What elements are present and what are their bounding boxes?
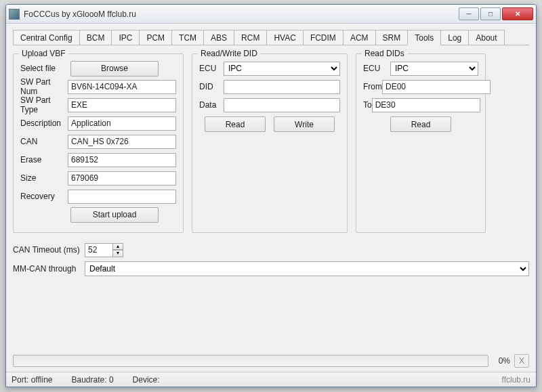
maximize-button[interactable]: □	[480, 7, 501, 20]
rw-data-label: Data	[199, 100, 224, 110]
can-label: CAN	[20, 137, 68, 146]
tab-log[interactable]: Log	[440, 30, 469, 45]
recovery-input[interactable]	[68, 190, 176, 204]
baud-label: Baudrate:	[72, 375, 107, 385]
app-icon	[9, 9, 20, 20]
start-upload-button[interactable]: Start upload	[70, 207, 159, 223]
rd-read-button[interactable]: Read	[390, 116, 451, 132]
device-label: Device:	[133, 375, 160, 385]
group-read-dids-legend: Read DIDs	[362, 49, 407, 58]
window-title: FoCCCus by xGloooM ffclub.ru	[24, 9, 457, 19]
group-upload-vbf: Upload VBF Select file Browse SW Part Nu…	[13, 53, 184, 233]
can-timeout-spinner[interactable]: ▲ ▼	[85, 243, 123, 257]
rd-from-input[interactable]	[382, 80, 491, 94]
main-window: FoCCCus by xGloooM ffclub.ru ─ □ ✕ Centr…	[5, 4, 537, 387]
minimize-button[interactable]: ─	[459, 7, 479, 20]
tab-hvac[interactable]: HVAC	[266, 30, 303, 45]
sw-part-num-input[interactable]	[68, 80, 176, 94]
titlebar[interactable]: FoCCCus by xGloooM ffclub.ru ─ □ ✕	[6, 5, 536, 24]
mmcan-select[interactable]: Default	[85, 261, 529, 276]
tab-rcm[interactable]: RCM	[234, 30, 267, 45]
rw-did-label: DID	[199, 82, 224, 91]
can-input[interactable]	[68, 135, 176, 149]
rw-ecu-label: ECU	[199, 64, 224, 73]
rd-to-input[interactable]	[372, 98, 480, 112]
rw-write-button[interactable]: Write	[274, 116, 335, 132]
rd-from-label: From	[363, 82, 382, 91]
tab-pcm[interactable]: PCM	[139, 30, 172, 45]
tab-central-config[interactable]: Central Config	[13, 30, 80, 45]
tab-acm[interactable]: ACM	[343, 30, 376, 45]
rw-did-input[interactable]	[224, 80, 340, 94]
rw-data-input[interactable]	[224, 98, 340, 112]
erase-label: Erase	[20, 155, 68, 165]
rd-ecu-select[interactable]: IPC	[390, 62, 478, 76]
progress-bar	[13, 355, 488, 367]
mmcan-label: MM-CAN through	[13, 264, 85, 274]
tab-fcdim[interactable]: FCDIM	[303, 30, 343, 45]
browse-button[interactable]: Browse	[70, 61, 159, 77]
cancel-button[interactable]: X	[514, 354, 529, 368]
spin-down-icon[interactable]: ▼	[112, 250, 123, 257]
sw-part-type-label: SW Part Type	[20, 95, 68, 114]
tab-tools[interactable]: Tools	[407, 30, 441, 45]
tab-srm[interactable]: SRM	[375, 30, 409, 45]
brand-label: ffclub.ru	[502, 375, 530, 385]
size-input[interactable]	[68, 171, 176, 186]
tab-tcm[interactable]: TCM	[171, 30, 204, 45]
progress-percent: 0%	[493, 356, 510, 366]
port-label: Port:	[12, 375, 28, 385]
tab-ipc[interactable]: IPC	[111, 30, 140, 45]
tab-abs[interactable]: ABS	[203, 30, 234, 45]
spin-up-icon[interactable]: ▲	[112, 243, 123, 251]
description-input[interactable]	[68, 116, 176, 131]
rw-read-button[interactable]: Read	[205, 116, 266, 132]
description-label: Description	[20, 118, 68, 128]
group-rw-did: Read/Write DID ECU IPC DID Data Read Wri…	[192, 53, 348, 233]
status-bar: Port: offline Baudrate: 0 Device: ffclub…	[6, 372, 536, 387]
tab-bcm[interactable]: BCM	[79, 30, 112, 45]
sw-part-num-label: SW Part Num	[20, 77, 68, 96]
group-upload-legend: Upload VBF	[19, 49, 68, 58]
recovery-label: Recovery	[20, 192, 68, 201]
group-rw-legend: Read/Write DID	[198, 49, 260, 58]
tab-about[interactable]: About	[468, 30, 504, 45]
rw-ecu-select[interactable]: IPC	[224, 62, 340, 76]
erase-input[interactable]	[68, 153, 176, 167]
close-button[interactable]: ✕	[502, 7, 533, 20]
can-timeout-label: CAN Timeout (ms)	[13, 245, 85, 255]
tab-strip: Central Config BCM IPC PCM TCM ABS RCM H…	[13, 29, 529, 45]
baud-value: 0	[109, 375, 114, 385]
rd-to-label: To	[363, 100, 372, 110]
port-value: offline	[31, 375, 53, 385]
select-file-label: Select file	[20, 64, 70, 73]
sw-part-type-input[interactable]	[68, 98, 176, 112]
group-read-dids: Read DIDs ECU IPC From To Read	[356, 53, 486, 233]
can-timeout-input[interactable]	[85, 243, 113, 257]
size-label: Size	[20, 173, 68, 183]
rd-ecu-label: ECU	[363, 64, 390, 73]
